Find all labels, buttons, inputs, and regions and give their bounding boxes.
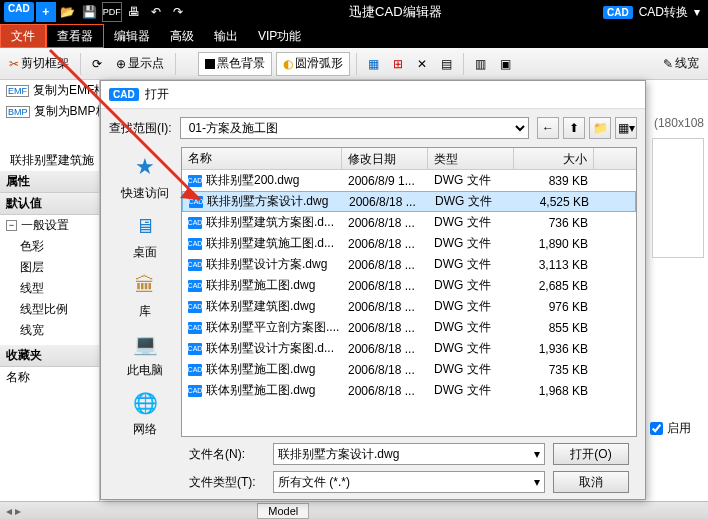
redo-icon[interactable]: ↷ bbox=[168, 2, 188, 22]
save-icon[interactable]: 💾 bbox=[80, 2, 100, 22]
filename-label: 文件名(N): bbox=[189, 446, 265, 463]
item-ltscale[interactable]: 线型比例 bbox=[0, 299, 99, 320]
menu-output[interactable]: 输出 bbox=[204, 24, 248, 48]
cad-badge-icon: CAD bbox=[603, 6, 633, 19]
filename-input[interactable]: 联排别墅方案设计.dwg▾ bbox=[273, 443, 545, 465]
file-row[interactable]: CAD联排别墅200.dwg2006/8/9 1...DWG 文件839 KB bbox=[182, 170, 636, 191]
refresh-button[interactable]: ⟳ bbox=[87, 52, 107, 76]
file-row[interactable]: CAD联排别墅方案设计.dwg2006/8/18 ...DWG 文件4,525 … bbox=[182, 191, 636, 212]
col-date[interactable]: 修改日期 bbox=[342, 148, 428, 169]
fav-header: 收藏夹 bbox=[0, 345, 99, 367]
status-arrows[interactable]: ◂ ▸ bbox=[0, 504, 27, 518]
open-button[interactable]: 打开(O) bbox=[553, 443, 629, 465]
show-points-button[interactable]: ⊕ 显示点 bbox=[111, 52, 169, 76]
undo-icon[interactable]: ↶ bbox=[146, 2, 166, 22]
file-row[interactable]: CAD联排别墅设计方案.dwg2006/8/18 ...DWG 文件3,113 … bbox=[182, 254, 636, 275]
app-logo: CAD bbox=[4, 2, 34, 22]
cut-frame-button[interactable]: ✂剪切框架 bbox=[4, 52, 74, 76]
folder-select[interactable]: 01-方案及施工图 bbox=[180, 117, 529, 139]
linewidth-button[interactable]: ✎ 线宽 bbox=[658, 52, 704, 76]
enable-checkbox[interactable]: 启用 bbox=[648, 418, 708, 439]
newfolder-icon[interactable]: 📁 bbox=[589, 117, 611, 139]
tool-icon-5[interactable]: ▥ bbox=[470, 52, 491, 76]
dimensions-label: (180x108 bbox=[648, 112, 708, 134]
menu-editor[interactable]: 编辑器 bbox=[104, 24, 160, 48]
titlebar: CAD + 📂 💾 PDF 🖶 ↶ ↷ 迅捷CAD编辑器 CAD CAD转换 ▾ bbox=[0, 0, 708, 24]
back-icon[interactable]: ← bbox=[537, 117, 559, 139]
file-row[interactable]: CAD联体别墅平立剖方案图....2006/8/18 ...DWG 文件855 … bbox=[182, 317, 636, 338]
filetype-select[interactable]: 所有文件 (*.*)▾ bbox=[273, 471, 545, 493]
app-title: 迅捷CAD编辑器 bbox=[188, 3, 603, 21]
preview-box bbox=[652, 138, 704, 258]
tool-icon-4[interactable]: ▤ bbox=[436, 52, 457, 76]
sb-quickaccess[interactable]: ★快速访问 bbox=[121, 151, 169, 202]
menubar: 文件 查看器 编辑器 高级 输出 VIP功能 bbox=[0, 24, 708, 48]
dialog-sidebar: ★快速访问 🖥桌面 🏛库 💻此电脑 🌐网络 bbox=[109, 147, 181, 437]
cancel-button[interactable]: 取消 bbox=[553, 471, 629, 493]
sb-library[interactable]: 🏛库 bbox=[129, 269, 161, 320]
file-row[interactable]: CAD联体别墅建筑图.dwg2006/8/18 ...DWG 文件976 KB bbox=[182, 296, 636, 317]
dialog-title: 打开 bbox=[145, 86, 169, 103]
copy-bmp-button[interactable]: BMP复制为BMP格 bbox=[0, 101, 99, 122]
file-list: 名称 修改日期 类型 大小 CAD联排别墅200.dwg2006/8/9 1..… bbox=[181, 147, 637, 437]
open-dialog: CAD 打开 查找范围(I): 01-方案及施工图 ← ⬆ 📁 ▦▾ ★快 bbox=[100, 80, 646, 500]
smooth-arc-button[interactable]: ◐圆滑弧形 bbox=[276, 52, 350, 76]
menu-advanced[interactable]: 高级 bbox=[160, 24, 204, 48]
toolbar: ✂剪切框架 ⟳ ⊕ 显示点 黑色背景 ◐圆滑弧形 ▦ ⊞ ✕ ▤ ▥ ▣ ✎ 线… bbox=[0, 48, 708, 80]
file-row[interactable]: CAD联体别墅施工图.dwg2006/8/18 ...DWG 文件735 KB bbox=[182, 359, 636, 380]
file-row[interactable]: CAD联体别墅施工图.dwg2006/8/18 ...DWG 文件1,968 K… bbox=[182, 380, 636, 401]
menu-file[interactable]: 文件 bbox=[0, 24, 46, 48]
tool-icon-3[interactable]: ✕ bbox=[412, 52, 432, 76]
doc-name[interactable]: 联排别墅建筑施 bbox=[0, 150, 99, 171]
sb-network[interactable]: 🌐网络 bbox=[129, 387, 161, 438]
pdf-icon[interactable]: PDF bbox=[102, 2, 122, 22]
dropdown-icon[interactable]: ▾ bbox=[694, 5, 700, 19]
print-icon[interactable]: 🖶 bbox=[124, 2, 144, 22]
col-size[interactable]: 大小 bbox=[514, 148, 594, 169]
cad-convert-label[interactable]: CAD转换 bbox=[639, 4, 688, 21]
menu-vip[interactable]: VIP功能 bbox=[248, 24, 311, 48]
up-icon[interactable]: ⬆ bbox=[563, 117, 585, 139]
content-area: CAD 打开 查找范围(I): 01-方案及施工图 ← ⬆ 📁 ▦▾ ★快 bbox=[100, 80, 708, 501]
sb-desktop[interactable]: 🖥桌面 bbox=[129, 210, 161, 261]
tool-icon-1[interactable]: ▦ bbox=[363, 52, 384, 76]
props-header: 属性 bbox=[0, 171, 99, 193]
copy-emf-button[interactable]: EMF复制为EMF格 bbox=[0, 80, 99, 101]
general-settings[interactable]: −一般设置 bbox=[0, 215, 99, 236]
file-row[interactable]: CAD联体别墅设计方案图.d...2006/8/18 ...DWG 文件1,93… bbox=[182, 338, 636, 359]
file-row[interactable]: CAD联排别墅施工图.dwg2006/8/18 ...DWG 文件2,685 K… bbox=[182, 275, 636, 296]
tool-icon-6[interactable]: ▣ bbox=[495, 52, 516, 76]
item-layer[interactable]: 图层 bbox=[0, 257, 99, 278]
views-icon[interactable]: ▦▾ bbox=[615, 117, 637, 139]
item-color[interactable]: 色彩 bbox=[0, 236, 99, 257]
name-label: 名称 bbox=[0, 367, 99, 388]
black-bg-button[interactable]: 黑色背景 bbox=[198, 52, 272, 76]
open-icon[interactable]: 📂 bbox=[58, 2, 78, 22]
right-strip: (180x108 启用 bbox=[648, 112, 708, 439]
new-icon[interactable]: + bbox=[36, 2, 56, 22]
range-label: 查找范围(I): bbox=[109, 120, 172, 137]
col-type[interactable]: 类型 bbox=[428, 148, 514, 169]
filetype-label: 文件类型(T): bbox=[189, 474, 265, 491]
dialog-icon: CAD bbox=[109, 88, 139, 101]
sb-thispc[interactable]: 💻此电脑 bbox=[127, 328, 163, 379]
file-row[interactable]: CAD联排别墅建筑施工图.d...2006/8/18 ...DWG 文件1,89… bbox=[182, 233, 636, 254]
default-header: 默认值 bbox=[0, 193, 99, 215]
col-name[interactable]: 名称 bbox=[182, 148, 342, 169]
item-lineweight[interactable]: 线宽 bbox=[0, 320, 99, 341]
item-linetype[interactable]: 线型 bbox=[0, 278, 99, 299]
tool-icon-2[interactable]: ⊞ bbox=[388, 52, 408, 76]
menu-viewer[interactable]: 查看器 bbox=[46, 24, 104, 48]
file-row[interactable]: CAD联排别墅建筑方案图.d...2006/8/18 ...DWG 文件736 … bbox=[182, 212, 636, 233]
left-panel: EMF复制为EMF格 BMP复制为BMP格 联排别墅建筑施 属性 默认值 −一般… bbox=[0, 80, 100, 501]
